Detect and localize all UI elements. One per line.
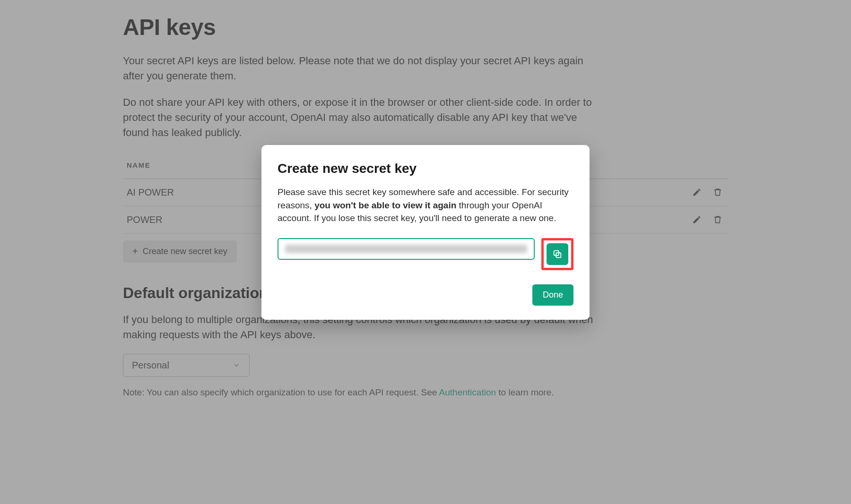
done-button[interactable]: Done (532, 284, 573, 306)
secret-key-value-blurred (285, 245, 527, 253)
create-key-modal: Create new secret key Please save this s… (261, 145, 590, 320)
modal-title: Create new secret key (278, 161, 573, 176)
modal-body-bold: you won't be able to view it again (314, 200, 456, 210)
modal-body: Please save this secret key somewhere sa… (278, 186, 573, 225)
copy-highlight-annotation (541, 238, 573, 270)
modal-actions: Done (278, 284, 573, 306)
modal-overlay[interactable]: Create new secret key Please save this s… (0, 0, 851, 504)
secret-key-row (278, 238, 573, 270)
copy-icon (552, 249, 563, 259)
copy-button[interactable] (547, 243, 568, 265)
secret-key-field[interactable] (278, 238, 535, 260)
